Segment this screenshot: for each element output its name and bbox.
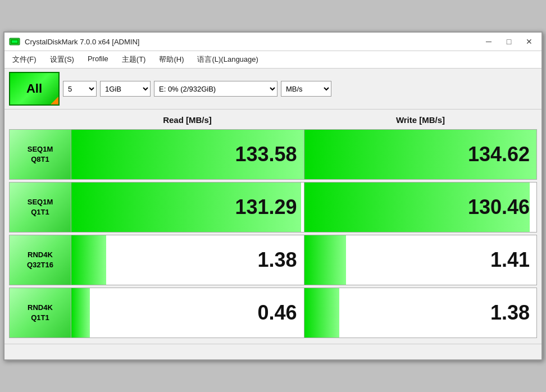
window-controls: ─ □ ✕ <box>481 36 537 47</box>
toolbar: All 5 1GiB E: 0% (2/932GiB) MB/s <box>4 69 542 110</box>
menu-settings[interactable]: 设置(S) <box>44 52 80 67</box>
read-header: Read [MB/s] <box>71 113 304 127</box>
svg-rect-2 <box>12 40 17 43</box>
table-row: RND4KQ32T16 1.38 1.41 <box>9 235 537 285</box>
status-bar <box>4 344 542 359</box>
read-bar-2 <box>71 235 106 285</box>
row-write-1: 130.46 <box>304 183 537 232</box>
row-read-0: 133.58 <box>71 130 304 179</box>
row-read-3: 0.46 <box>71 288 304 338</box>
header-label-spacer <box>9 113 71 127</box>
read-value-3: 0.46 <box>257 301 297 325</box>
app-icon <box>9 36 20 47</box>
table-row: SEQ1MQ1T1 131.29 130.46 <box>9 182 537 233</box>
write-value-0: 134.62 <box>468 143 530 166</box>
menu-language[interactable]: 语言(L)(Language) <box>192 52 263 67</box>
menu-help[interactable]: 帮助(H) <box>153 52 189 67</box>
menu-file[interactable]: 文件(F) <box>7 52 42 67</box>
read-value-0: 133.58 <box>235 143 297 166</box>
title-bar: CrystalDiskMark 7.0.0 x64 [ADMIN] ─ □ ✕ <box>4 33 542 51</box>
row-write-3: 1.38 <box>304 288 537 338</box>
read-bar-3 <box>71 288 90 338</box>
table-row: RND4KQ1T1 0.46 1.38 <box>9 288 537 338</box>
content-area: Read [MB/s] Write [MB/s] SEQ1MQ8T1 133.5… <box>4 110 542 344</box>
row-write-0: 134.62 <box>304 130 537 179</box>
maximize-button[interactable]: □ <box>501 36 517 47</box>
write-value-3: 1.38 <box>490 301 530 325</box>
table-row: SEQ1MQ8T1 133.58 134.62 <box>9 129 537 180</box>
menu-bar: 文件(F) 设置(S) Profile 主题(T) 帮助(H) 语言(L)(La… <box>4 51 542 69</box>
row-label-text-1: SEQ1MQ1T1 <box>28 197 53 217</box>
window-title: CrystalDiskMark 7.0.0 x64 [ADMIN] <box>25 38 139 46</box>
unit-select[interactable]: MB/s <box>281 81 331 97</box>
menu-profile[interactable]: Profile <box>82 52 114 67</box>
write-bar-2 <box>304 235 346 285</box>
minimize-button[interactable]: ─ <box>481 36 497 47</box>
row-label-0: SEQ1MQ8T1 <box>10 130 71 179</box>
table-header: Read [MB/s] Write [MB/s] <box>9 113 537 127</box>
main-window: CrystalDiskMark 7.0.0 x64 [ADMIN] ─ □ ✕ … <box>3 31 543 361</box>
menu-theme[interactable]: 主题(T) <box>116 52 152 67</box>
row-read-1: 131.29 <box>71 183 304 232</box>
write-header: Write [MB/s] <box>304 113 537 127</box>
count-select[interactable]: 5 <box>63 81 97 97</box>
write-bar-3 <box>304 288 339 338</box>
drive-select[interactable]: E: 0% (2/932GiB) <box>154 81 277 97</box>
size-select[interactable]: 1GiB <box>100 81 151 97</box>
row-read-2: 1.38 <box>71 235 304 285</box>
row-label-2: RND4KQ32T16 <box>10 235 71 285</box>
all-button[interactable]: All <box>9 72 60 106</box>
read-value-2: 1.38 <box>257 248 297 272</box>
row-label-text-0: SEQ1MQ8T1 <box>28 144 53 165</box>
read-value-1: 131.29 <box>235 195 297 219</box>
write-value-1: 130.46 <box>468 195 530 219</box>
title-bar-left: CrystalDiskMark 7.0.0 x64 [ADMIN] <box>9 36 139 47</box>
close-button[interactable]: ✕ <box>521 36 537 47</box>
write-value-2: 1.41 <box>490 248 530 272</box>
row-label-1: SEQ1MQ1T1 <box>10 183 71 232</box>
row-write-2: 1.41 <box>304 235 537 285</box>
row-label-3: RND4KQ1T1 <box>10 288 71 338</box>
row-label-text-2: RND4KQ32T16 <box>27 250 53 270</box>
row-label-text-3: RND4KQ1T1 <box>28 303 53 323</box>
